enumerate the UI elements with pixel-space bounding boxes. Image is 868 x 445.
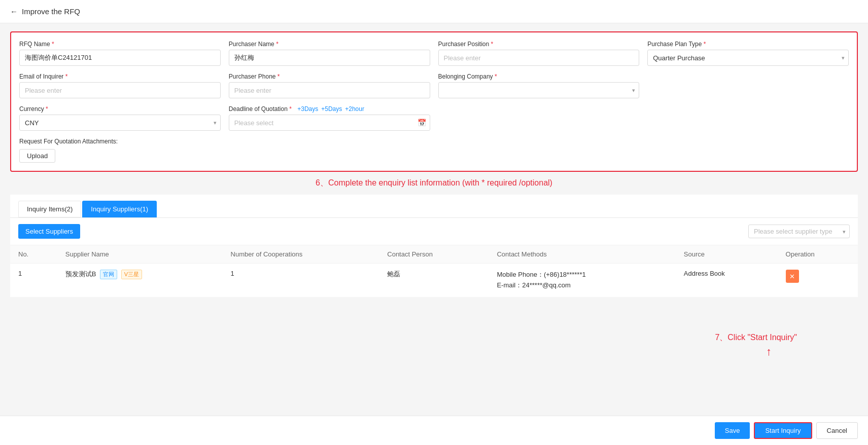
col-cooperations: Number of Cooperations xyxy=(223,245,379,264)
tag-verified: V三星 xyxy=(121,270,142,279)
form-row-1: RFQ Name * Purchaser Name * Purchaser Po… xyxy=(19,41,849,66)
deadline-label: Deadline of Quotation * +3Days +5Days +2… xyxy=(229,105,430,113)
back-button[interactable]: ← xyxy=(10,7,18,16)
tab-inquiry-suppliers[interactable]: Inquiry Suppliers(1) xyxy=(82,201,157,217)
supplier-table: No. Supplier Name Number of Cooperations… xyxy=(10,245,858,298)
purchase-plan-type-group: Purchase Plan Type * Quarter Purchase xyxy=(647,41,849,66)
empty-group-2 xyxy=(438,105,640,131)
main-content: RFQ Name * Purchaser Name * Purchaser Po… xyxy=(0,23,868,397)
attachments-label: Request For Quotation Attachments: xyxy=(19,138,849,145)
purchaser-name-input[interactable] xyxy=(229,50,430,66)
contact-methods: Mobile Phone：(+86)18******1 E-mail：24***… xyxy=(497,270,667,291)
purchase-plan-type-label: Purchase Plan Type * xyxy=(647,41,849,48)
currency-group: Currency * CNY xyxy=(19,105,221,131)
step6-annotation: 6、Complete the enquiry list information … xyxy=(10,178,858,189)
rfq-name-label: RFQ Name * xyxy=(19,41,221,48)
table-row: 1 预发测试B 官网 V三星 1 鲍磊 Mobile Phone：(+86)18… xyxy=(10,264,858,298)
cell-contact-methods: Mobile Phone：(+86)18******1 E-mail：24***… xyxy=(489,264,675,298)
purchaser-name-group: Purchaser Name * xyxy=(229,41,430,66)
col-supplier-name: Supplier Name xyxy=(57,245,223,264)
empty-group xyxy=(647,73,849,98)
purchaser-position-label: Purchaser Position * xyxy=(438,41,640,48)
currency-label: Currency * xyxy=(19,105,221,113)
rfq-name-group: RFQ Name * xyxy=(19,41,221,66)
purchase-plan-type-wrapper: Quarter Purchase xyxy=(647,50,849,66)
shortcut-3days[interactable]: +3Days xyxy=(297,105,318,113)
cell-contact-person: 鲍磊 xyxy=(379,264,489,298)
empty-group-3 xyxy=(647,105,849,131)
col-no: No. xyxy=(10,245,57,264)
tabs: Inquiry Items(2) Inquiry Suppliers(1) xyxy=(18,201,850,217)
cell-cooperations: 1 xyxy=(223,264,379,298)
cell-source: Address Book xyxy=(676,264,778,298)
cell-operation: ✕ xyxy=(778,264,858,298)
rfq-name-input[interactable] xyxy=(19,50,221,66)
deadline-input[interactable] xyxy=(229,115,430,131)
belonging-company-select[interactable] xyxy=(438,82,640,98)
tabs-section: Inquiry Items(2) Inquiry Suppliers(1) xyxy=(10,195,858,218)
attachments-section: Request For Quotation Attachments: Uploa… xyxy=(19,138,849,163)
belonging-company-wrapper xyxy=(438,82,640,98)
table-header-row: No. Supplier Name Number of Cooperations… xyxy=(10,245,858,264)
currency-select[interactable]: CNY xyxy=(19,115,221,131)
supplier-toolbar: Select Suppliers Please select supplier … xyxy=(10,218,858,245)
col-operation: Operation xyxy=(778,245,858,264)
email-address: E-mail：24*****@qq.com xyxy=(497,280,667,291)
supplier-name[interactable]: 预发测试B xyxy=(65,270,96,278)
calendar-icon: 📅 xyxy=(418,119,426,127)
col-contact-methods: Contact Methods xyxy=(489,245,675,264)
col-contact-person: Contact Person xyxy=(379,245,489,264)
purchaser-phone-label: Purchaser Phone * xyxy=(229,73,430,80)
form-section: RFQ Name * Purchaser Name * Purchaser Po… xyxy=(10,31,858,172)
cell-no: 1 xyxy=(10,264,57,298)
belonging-company-label: Belonging Company * xyxy=(438,73,640,80)
purchaser-position-group: Purchaser Position * xyxy=(438,41,640,66)
purchaser-name-label: Purchaser Name * xyxy=(229,41,430,48)
page-header: ← Improve the RFQ xyxy=(0,0,868,23)
form-row-3: Currency * CNY Deadline of Quotation * +… xyxy=(19,105,849,131)
deadline-input-wrapper: 📅 xyxy=(229,115,430,131)
purchaser-phone-input[interactable] xyxy=(229,82,430,98)
delete-button[interactable]: ✕ xyxy=(786,270,799,283)
bottom-section: 7、Click "Start Inquiry" xyxy=(10,298,858,389)
col-source: Source xyxy=(676,245,778,264)
purchaser-phone-group: Purchaser Phone * xyxy=(229,73,430,98)
step7-annotation: 7、Click "Start Inquiry" xyxy=(715,332,797,358)
belonging-company-group: Belonging Company * xyxy=(438,73,640,98)
select-suppliers-button[interactable]: Select Suppliers xyxy=(18,224,80,239)
purchase-plan-type-select[interactable]: Quarter Purchase xyxy=(647,50,849,66)
currency-wrapper: CNY xyxy=(19,115,221,131)
arrow-up xyxy=(715,345,772,358)
supplier-type-select[interactable]: Please select supplier type xyxy=(748,225,850,238)
purchaser-position-input[interactable] xyxy=(438,50,640,66)
deadline-group: Deadline of Quotation * +3Days +5Days +2… xyxy=(229,105,430,131)
email-input[interactable] xyxy=(19,82,221,98)
email-group: Email of Inquirer * xyxy=(19,73,221,98)
email-label: Email of Inquirer * xyxy=(19,73,221,80)
shortcut-2hour[interactable]: +2hour xyxy=(345,105,364,113)
tag-official: 官网 xyxy=(100,270,117,279)
upload-button[interactable]: Upload xyxy=(19,149,55,163)
tab-inquiry-items[interactable]: Inquiry Items(2) xyxy=(18,201,81,217)
page-title: Improve the RFQ xyxy=(22,7,80,16)
shortcut-5days[interactable]: +5Days xyxy=(321,105,342,113)
cell-supplier-name: 预发测试B 官网 V三星 xyxy=(57,264,223,298)
form-row-2: Email of Inquirer * Purchaser Phone * Be… xyxy=(19,73,849,98)
supplier-type-wrapper: Please select supplier type xyxy=(748,225,850,238)
mobile-phone: Mobile Phone：(+86)18******1 xyxy=(497,270,667,280)
